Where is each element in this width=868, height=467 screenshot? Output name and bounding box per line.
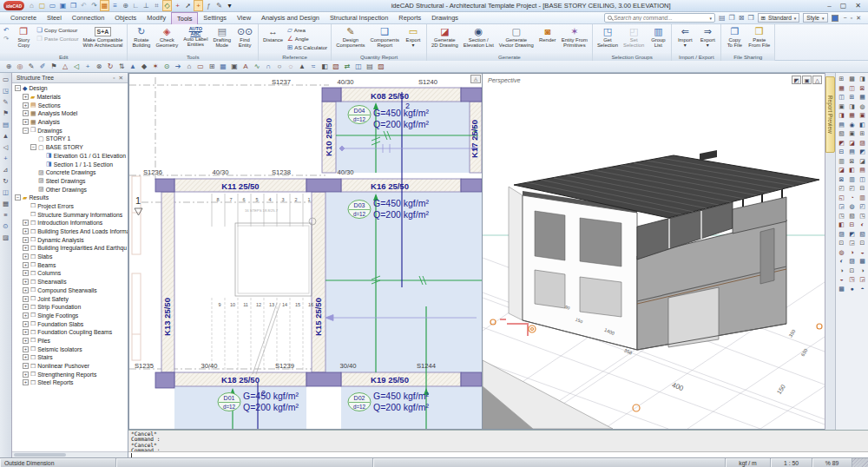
right-toolbar-icon[interactable]: ◩	[847, 230, 857, 240]
tree-item[interactable]: ◨ Elevation G1 / G1 Elevation	[12, 152, 128, 161]
right-toolbar-icon[interactable]: ◨	[847, 102, 857, 112]
tree-item[interactable]: + ☐ Building Stories And Loads Informa	[12, 227, 128, 236]
menu-tab[interactable]: Concrete	[5, 12, 42, 24]
tree-expander[interactable]: +	[23, 270, 29, 276]
left-strip-icon[interactable]: ▦	[3, 200, 9, 207]
drawing-viewport-2d[interactable]: 87 65 43 21 910 1112 1314 1516 16 STEPS …	[128, 73, 483, 430]
right-toolbar-icon[interactable]: ▦	[847, 111, 857, 121]
view-control-button[interactable]: △	[812, 76, 822, 84]
quick-access-icon[interactable]: ▾	[225, 1, 234, 10]
right-toolbar-icon[interactable]: ▦	[837, 84, 846, 94]
color-swatch[interactable]	[832, 15, 838, 22]
tree-item[interactable]: + ☐ Nonlinear Pushover	[12, 362, 128, 371]
ribbon-button[interactable]: ⊞AS Calculator	[286, 43, 329, 52]
right-toolbar-icon[interactable]: ◉	[847, 121, 857, 130]
tree-item[interactable]: + ☐ Compound Shearwalls	[12, 286, 128, 295]
right-toolbar-icon[interactable]: ▤	[847, 148, 857, 157]
right-toolbar-icon[interactable]: ▩	[837, 285, 846, 294]
tool-strip-icon[interactable]: ○	[274, 62, 285, 70]
right-toolbar-icon[interactable]: ⊞	[837, 75, 846, 84]
left-strip-icon[interactable]: ≡	[3, 211, 7, 219]
right-toolbar-icon[interactable]: ◑	[858, 266, 867, 276]
left-strip-icon[interactable]: ▤	[3, 121, 9, 128]
tree-item[interactable]: + ☐ Building Irregularities And Earthqu	[12, 244, 128, 253]
tool-strip-icon[interactable]: ⇅	[116, 62, 127, 70]
tool-strip-icon[interactable]: ✶	[150, 62, 161, 70]
quick-access-icon[interactable]: ⊥	[141, 1, 151, 10]
mdi-control-button[interactable]: −	[842, 15, 849, 21]
right-toolbar-icon[interactable]: ▧	[858, 230, 867, 240]
tool-strip-icon[interactable]: ◫	[353, 62, 364, 70]
view-control-button[interactable]: ▣	[802, 76, 812, 84]
right-toolbar-icon[interactable]: ◪	[837, 166, 846, 175]
right-toolbar-icon[interactable]: ◳	[858, 212, 867, 221]
quick-access-icon[interactable]: ↶	[79, 1, 89, 10]
tree-expander[interactable]: +	[23, 346, 29, 352]
right-toolbar-icon[interactable]: ▩	[858, 257, 867, 266]
right-toolbar-icon[interactable]: ⊟	[847, 220, 857, 230]
right-toolbar-icon[interactable]: ▧	[847, 212, 857, 221]
quick-access-icon[interactable]: ∟	[131, 1, 141, 10]
ribbon-button[interactable]: ↷	[2, 34, 12, 43]
tree-expander[interactable]: +	[23, 237, 29, 243]
close-view-icon[interactable]: ⊠	[739, 14, 745, 22]
right-toolbar-icon[interactable]: ◪	[858, 157, 867, 167]
tree-expander[interactable]: −	[23, 128, 29, 134]
tree-item[interactable]: ▢ STORY 1	[12, 135, 128, 143]
ribbon-button[interactable]: ⊙⊙Find Entity	[233, 25, 256, 52]
right-toolbar-icon[interactable]: ◍	[858, 102, 867, 112]
right-toolbar-icon[interactable]: ◧	[837, 220, 846, 230]
ribbon-button[interactable]: ↔Distance	[260, 25, 286, 52]
tool-strip-icon[interactable]: ⚑	[49, 62, 59, 70]
right-toolbar-icon[interactable]: ⊟	[837, 148, 846, 157]
ribbon-button[interactable]: ◈Check Geometry	[153, 25, 181, 52]
quick-access-icon[interactable]: ➚	[183, 1, 193, 10]
chevron-down-icon[interactable]: ▾	[709, 16, 712, 21]
tree-expander[interactable]: +	[23, 354, 29, 360]
status-scale[interactable]: 1 : 50	[771, 458, 812, 467]
search-input[interactable]	[614, 15, 707, 21]
right-toolbar-icon[interactable]: ▦	[858, 93, 867, 102]
quick-access-icon[interactable]: ▣	[58, 1, 68, 10]
ribbon-button[interactable]: ∠Angle	[286, 34, 329, 43]
tree-item[interactable]: + ☐ Foundation Slabs	[12, 319, 128, 328]
building-model[interactable]	[509, 150, 819, 350]
right-toolbar-icon[interactable]: ◩	[858, 148, 867, 157]
left-strip-icon[interactable]: ⊙	[3, 222, 8, 230]
right-toolbar-icon[interactable]: ⊡	[847, 266, 857, 276]
ribbon-button[interactable]: ❒Paste From File	[746, 25, 773, 52]
tree-item[interactable]: − ◆ Design	[12, 84, 128, 93]
right-toolbar-icon[interactable]: ⊡	[837, 239, 846, 248]
tool-strip-icon[interactable]: ▣	[229, 62, 240, 70]
command-search[interactable]: ▾	[604, 13, 715, 23]
ribbon-button[interactable]: ✎Design Components	[333, 25, 367, 52]
quick-access-icon[interactable]: ✎	[214, 1, 224, 10]
menu-tab[interactable]: View	[232, 12, 256, 24]
tool-strip-icon[interactable]: ⊙	[161, 62, 172, 70]
right-toolbar-icon[interactable]: ▨	[858, 139, 867, 148]
menu-tab[interactable]: Drawings	[426, 12, 464, 24]
tree-item[interactable]: + ☐ Beams	[12, 260, 128, 269]
left-strip-icon[interactable]: ◁	[3, 143, 9, 151]
right-toolbar-icon[interactable]: ⊞	[858, 129, 867, 139]
tree-expander[interactable]: +	[23, 329, 29, 335]
ribbon-button[interactable]: ▥Group List	[647, 25, 669, 52]
menu-tab[interactable]: Analysis and Design	[256, 12, 325, 24]
tree-expander[interactable]: +	[23, 102, 29, 109]
tool-strip-icon[interactable]: ∩	[263, 62, 273, 70]
tree-item[interactable]: + ☐ Stairs	[12, 353, 128, 362]
tree-expander[interactable]: +	[23, 228, 29, 234]
menu-tab[interactable]: Tools	[171, 12, 198, 24]
quick-access-icon[interactable]: ◇	[162, 0, 172, 11]
ribbon-button[interactable]: ❐Story Copy	[12, 25, 35, 52]
left-strip-icon[interactable]: ▲	[3, 132, 9, 140]
tree-item[interactable]: − ▢ BASE STORY	[12, 143, 128, 152]
right-toolbar-icon[interactable]: ⊡	[858, 239, 867, 248]
right-toolbar-icon[interactable]: ▥	[837, 157, 846, 167]
ribbon-button[interactable]: ▢Generate Vector Drawing	[496, 25, 536, 52]
tree-item[interactable]: ▨ Other Drawings	[12, 185, 128, 194]
tool-strip-icon[interactable]: ✎	[26, 62, 36, 70]
right-toolbar-icon[interactable]: ◑	[847, 248, 857, 258]
mdi-control-button[interactable]: ✕	[854, 15, 863, 21]
menu-tab[interactable]: Modify	[141, 12, 171, 24]
